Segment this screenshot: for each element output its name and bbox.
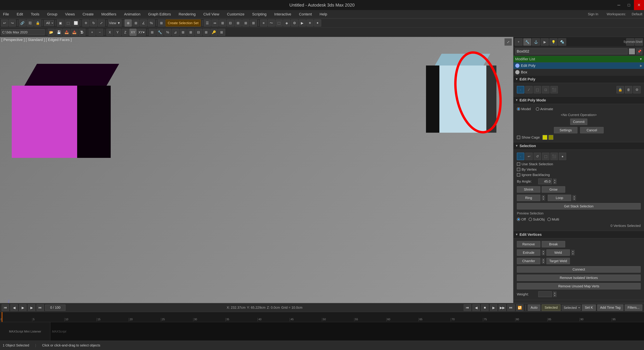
ring-button[interactable]: Ring (517, 195, 540, 201)
weld-button[interactable]: Weld (546, 249, 570, 256)
use-stack-checkbox[interactable] (517, 162, 520, 166)
weight-input[interactable] (538, 291, 552, 297)
z-axis[interactable]: Z (122, 29, 129, 36)
align4-button[interactable]: ⊞ (242, 20, 250, 27)
cage-color-swatch-1[interactable] (542, 135, 547, 140)
schematic-view[interactable]: ⬚ (276, 20, 282, 27)
unlink-button[interactable]: ⛓ (26, 20, 34, 27)
next-key-button[interactable]: ▶ (28, 304, 35, 311)
misc-tool2[interactable]: ⊟ (195, 29, 202, 36)
menu-help[interactable]: Help (318, 12, 328, 17)
misc-tool4[interactable]: 🔑 (210, 29, 218, 36)
render-frame[interactable]: ▶ (299, 20, 306, 27)
transport-stop[interactable]: ■ (481, 304, 488, 311)
named-selections[interactable]: ☰ (204, 20, 211, 27)
menu-graph-editors[interactable]: Graph Editors (147, 12, 172, 17)
model-radio[interactable] (517, 107, 520, 111)
export-file[interactable]: 📤 (71, 29, 78, 36)
align3-button[interactable]: ⊞ (234, 20, 242, 27)
settings2-icon[interactable]: ⚙ (633, 86, 641, 93)
material-editor[interactable]: ◈ (283, 20, 290, 27)
show-cage-checkbox[interactable] (517, 136, 520, 139)
workspace-value[interactable]: Default (632, 12, 642, 16)
redo-button[interactable]: ↪ (9, 20, 16, 27)
select-region-button[interactable]: ⬚ (64, 20, 72, 27)
set-k-button[interactable]: Set K (582, 304, 596, 311)
subobj-radio[interactable] (528, 218, 532, 221)
modifier-edit-poly[interactable]: Edit Poly ▶ (514, 63, 644, 69)
menu-animation[interactable]: Animation (122, 12, 142, 17)
curve-editor[interactable]: 〜 (268, 20, 275, 27)
break-button[interactable]: Break (542, 241, 565, 247)
minimize-button[interactable]: ─ (614, 0, 624, 10)
transport-loop[interactable]: 🔁 (516, 304, 524, 311)
sel-vertex-icon[interactable]: · (517, 153, 524, 160)
edge-mode-icon[interactable]: ∕ (525, 86, 533, 93)
mirror-button[interactable]: ⇔ (212, 20, 218, 27)
angle-snap-toggle[interactable]: ∠ (140, 20, 147, 27)
multi-radio-label[interactable]: Multi (548, 217, 559, 221)
filter-select[interactable]: All (44, 20, 54, 26)
snap-toggle[interactable]: ⊞ (132, 20, 139, 27)
trash-icon[interactable]: 🗑 (625, 86, 632, 93)
tab-utilities[interactable]: 🔩 (558, 38, 566, 46)
menu-group[interactable]: Group (46, 12, 59, 17)
tab-hierarchy[interactable]: ⚓ (532, 38, 540, 46)
settings-button[interactable]: Settings (554, 127, 578, 133)
ref-coord-button[interactable]: View ▼ (108, 20, 122, 27)
layer-manager[interactable]: ≡ (260, 20, 267, 27)
weld-down[interactable]: ▼ (571, 253, 574, 255)
edit-vertices-section-header[interactable]: ▼ Edit Vertices (514, 231, 644, 238)
menu-file[interactable]: File (2, 12, 10, 17)
object-color-swatch[interactable] (629, 48, 635, 54)
timeline-ruler[interactable]: 0510152025303540455055606570758085909510… (0, 312, 644, 322)
x-axis[interactable]: X (106, 29, 113, 36)
transport-prev[interactable]: ◀ (472, 304, 480, 311)
next-frame-button[interactable]: ⏭ (36, 304, 44, 311)
menu-customize[interactable]: Customize (226, 12, 246, 17)
polygon-mode-icon[interactable]: □ (542, 86, 550, 93)
3d-scene[interactable]: [ Perspective ] [ Standard ] [ Edged Fac… (0, 37, 513, 322)
viewport-area[interactable]: [ Perspective ] [ Standard ] [ Edged Fac… (0, 37, 513, 322)
weight-up[interactable]: ▲ (553, 292, 556, 294)
play-button[interactable]: ▶ (19, 304, 26, 311)
misc-tool5[interactable]: ⊞ (218, 29, 225, 36)
select-object-button[interactable]: ▣ (57, 20, 64, 27)
percent-snap-toggle[interactable]: % (148, 20, 155, 27)
transport-next[interactable]: ▶▶ (498, 304, 506, 311)
connect-button[interactable]: Connect (517, 266, 641, 273)
edit-poly-mode-section-header[interactable]: ▼ Edit Poly Mode (514, 97, 644, 104)
bind-button[interactable]: 🔒 (34, 20, 41, 27)
percent-spinner[interactable]: % (164, 29, 171, 36)
epm-cancel-button[interactable]: Cancel (580, 127, 604, 133)
multi-radio[interactable] (548, 218, 551, 221)
ring-down[interactable]: ▼ (542, 198, 545, 201)
menu-views[interactable]: Views (64, 12, 76, 17)
menu-content[interactable]: Content (298, 12, 313, 17)
tab-motion[interactable]: ▶ (541, 38, 549, 46)
target-weld-button[interactable]: Target Weld (546, 258, 570, 264)
cage-color-swatch-2[interactable] (548, 135, 553, 140)
frame-input[interactable] (45, 305, 66, 311)
snap-options[interactable]: 🔧 (156, 29, 164, 36)
scale-button[interactable]: ⤢ (98, 20, 105, 27)
save-file[interactable]: 💾 (55, 29, 62, 36)
sel-undo-icon[interactable]: ↺ (534, 153, 541, 160)
snaps-use-axis[interactable]: ⊞ (149, 29, 156, 36)
transport-play[interactable]: ▶ (490, 304, 497, 311)
xz-plane[interactable]: XY▾ (137, 29, 146, 36)
by-angle-input[interactable] (538, 179, 552, 184)
align-button[interactable]: ⊞ (219, 20, 226, 27)
tab-modify[interactable]: 🔧 (523, 38, 531, 46)
pin-button[interactable]: 📌 (636, 48, 642, 54)
file-path-input[interactable] (1, 29, 44, 35)
link-button[interactable]: 🔗 (19, 20, 26, 27)
loop-up[interactable]: ▲ (572, 195, 576, 198)
model-radio-label[interactable]: Model (517, 107, 531, 111)
chamfer-up[interactable]: ▲ (542, 258, 545, 261)
effects[interactable]: ✦ (314, 20, 321, 27)
close-button[interactable]: ✕ (634, 0, 644, 10)
create-selection-set[interactable]: Create Selection Set (166, 20, 200, 27)
element-mode-icon[interactable]: ⬛ (550, 86, 558, 93)
grow-button[interactable]: Grow (542, 186, 565, 193)
